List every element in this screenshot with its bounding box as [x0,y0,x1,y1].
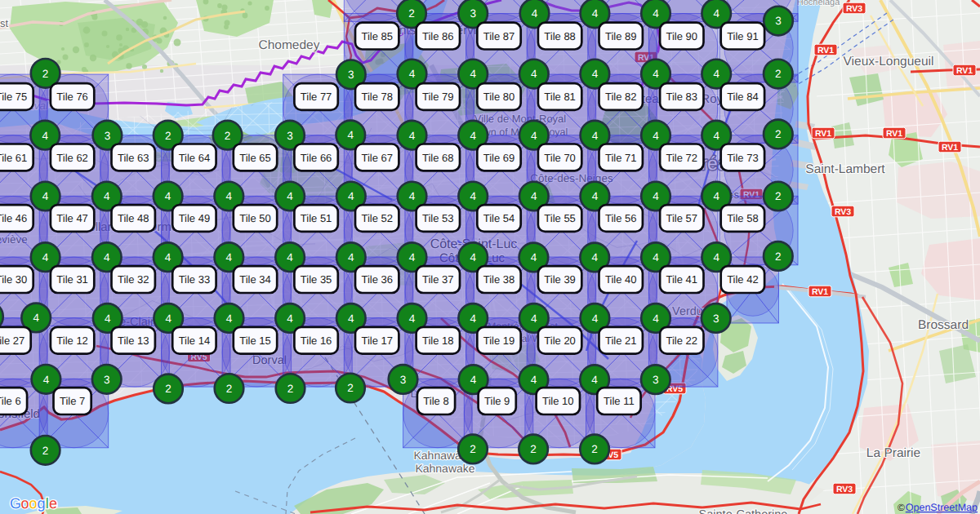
svg-text:Tile 84: Tile 84 [727,91,759,103]
svg-text:OpenStreetMap: OpenStreetMap [906,502,978,513]
svg-text:Tile 38: Tile 38 [483,273,515,286]
svg-text:Kahnawake: Kahnawake [415,462,474,475]
svg-text:Tile 20: Tile 20 [544,335,576,347]
svg-text:Tile 31: Tile 31 [56,273,88,286]
svg-text:e: e [49,495,57,512]
svg-text:4: 4 [226,312,233,325]
svg-text:©: © [898,502,905,513]
svg-text:RV1: RV1 [812,287,828,297]
svg-text:4: 4 [470,374,477,386]
svg-text:3: 3 [105,130,111,142]
svg-text:3: 3 [287,130,293,142]
svg-text:4: 4 [532,7,538,20]
svg-text:4: 4 [653,68,659,80]
svg-text:4: 4 [348,312,354,325]
svg-text:Tile 27: Tile 27 [0,335,24,347]
svg-text:4: 4 [470,251,476,264]
svg-text:Tile 19: Tile 19 [483,335,515,347]
svg-text:2: 2 [42,68,49,80]
svg-text:RV3: RV3 [836,485,853,494]
svg-text:2: 2 [775,68,782,80]
svg-text:Tile 57: Tile 57 [666,212,698,224]
svg-text:Sainte-Catherine: Sainte-Catherine [699,508,788,514]
svg-text:4: 4 [592,68,599,80]
svg-text:4: 4 [165,312,172,325]
svg-text:4: 4 [104,190,110,202]
svg-text:Tile 91: Tile 91 [727,30,759,42]
svg-text:Tile 12: Tile 12 [56,335,88,347]
svg-text:Tile 82: Tile 82 [605,91,637,103]
svg-text:Tile 34: Tile 34 [239,273,271,286]
svg-text:Tile 8: Tile 8 [423,395,448,407]
svg-text:Chomedey: Chomedey [259,38,320,52]
svg-text:La Prairie: La Prairie [866,446,920,460]
svg-text:Tile 46: Tile 46 [0,212,27,224]
svg-text:Tile 42: Tile 42 [727,273,759,286]
svg-text:3: 3 [775,15,782,27]
svg-text:Tile 52: Tile 52 [361,212,393,224]
svg-text:2: 2 [591,443,598,455]
svg-text:l: l [46,495,49,512]
svg-text:4: 4 [591,374,598,386]
svg-text:Tile 54: Tile 54 [483,212,515,224]
svg-text:4: 4 [470,190,476,202]
svg-text:Tile 90: Tile 90 [666,30,698,42]
svg-text:4: 4 [409,251,416,264]
svg-text:4: 4 [226,190,233,202]
svg-text:Tile 70: Tile 70 [544,152,576,164]
svg-text:4: 4 [105,312,111,325]
svg-text:RV1: RV1 [815,129,831,139]
svg-text:Tile 65: Tile 65 [239,152,271,164]
svg-text:Tile 58: Tile 58 [727,212,759,224]
svg-text:4: 4 [470,312,476,325]
svg-text:RV1: RV1 [886,129,902,139]
svg-text:Tile 49: Tile 49 [179,212,211,224]
svg-text:4: 4 [531,251,537,264]
svg-text:RV1: RV1 [956,66,973,76]
svg-text:4: 4 [713,130,719,142]
svg-text:2: 2 [226,383,233,395]
svg-text:Tile 47: Tile 47 [56,212,88,224]
svg-text:Tile 51: Tile 51 [301,212,332,224]
svg-text:Tile 17: Tile 17 [361,335,393,347]
svg-text:4: 4 [42,251,49,264]
svg-text:4: 4 [713,251,719,264]
svg-text:2: 2 [165,383,172,395]
svg-text:3: 3 [713,312,719,325]
svg-text:4: 4 [531,190,537,202]
svg-text:Tile 78: Tile 78 [361,91,393,103]
svg-text:Tile 68: Tile 68 [422,152,454,164]
svg-text:Tile 75: Tile 75 [0,91,27,103]
svg-text:4: 4 [592,7,599,20]
svg-text:2: 2 [347,382,354,394]
svg-text:4: 4 [653,251,659,264]
svg-text:4: 4 [43,374,50,386]
svg-text:4: 4 [348,129,354,141]
svg-text:Tile 48: Tile 48 [118,212,149,224]
svg-text:4: 4 [348,190,354,202]
svg-text:4: 4 [409,68,416,80]
svg-text:Tile 50: Tile 50 [239,212,271,224]
svg-text:Tile 56: Tile 56 [605,212,637,224]
svg-text:4: 4 [409,190,416,202]
svg-text:RV3: RV3 [846,4,862,14]
svg-text:Tile 62: Tile 62 [56,152,88,164]
svg-text:4: 4 [713,7,719,20]
svg-text:Tile 81: Tile 81 [544,91,576,103]
svg-text:RV1: RV1 [942,143,958,153]
svg-text:4: 4 [287,190,293,202]
svg-text:Tile 35: Tile 35 [301,273,332,286]
svg-text:4: 4 [165,190,172,202]
svg-text:4: 4 [42,130,48,142]
svg-text:Tile 7: Tile 7 [60,395,85,407]
svg-text:4: 4 [409,130,416,142]
svg-text:4: 4 [165,251,172,264]
svg-text:2: 2 [470,443,476,455]
svg-text:4: 4 [531,130,537,142]
svg-text:Tile 15: Tile 15 [239,335,271,347]
svg-text:Tile 14: Tile 14 [179,335,211,347]
svg-text:3: 3 [653,374,659,386]
svg-text:Tile 88: Tile 88 [544,30,576,42]
svg-text:Tile 36: Tile 36 [361,273,393,286]
svg-text:Tile 30: Tile 30 [0,273,27,286]
